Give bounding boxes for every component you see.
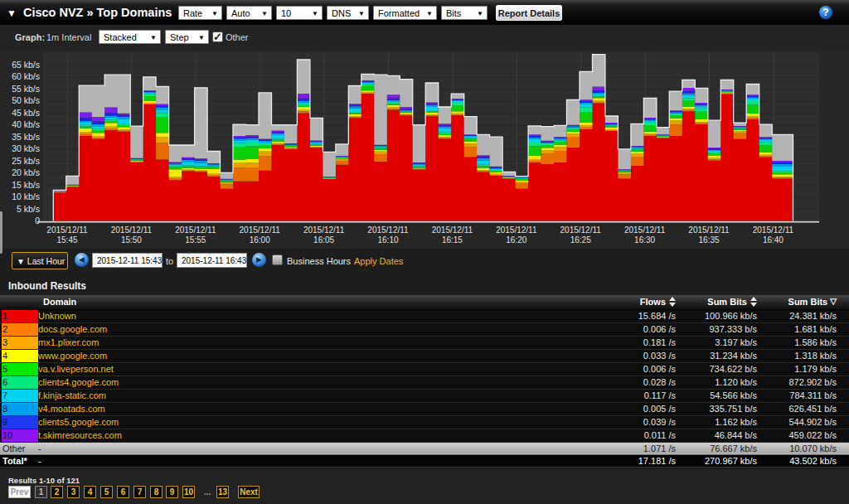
svg-text:55 kb/s: 55 kb/s <box>12 84 40 94</box>
svg-text:2015/12/11: 2015/12/11 <box>240 225 281 235</box>
svg-text:2015/12/11: 2015/12/11 <box>367 225 409 235</box>
svg-text:2015/12/11: 2015/12/11 <box>111 225 153 235</box>
svg-text:50 kb/s: 50 kb/s <box>12 95 40 105</box>
svg-text:10 kb/s: 10 kb/s <box>12 191 40 201</box>
svg-text:2015/12/11: 2015/12/11 <box>432 225 473 235</box>
svg-text:16:00: 16:00 <box>250 235 270 245</box>
svg-text:0: 0 <box>35 216 40 225</box>
svg-text:15:45: 15:45 <box>56 235 77 245</box>
svg-text:16:15: 16:15 <box>442 235 463 245</box>
svg-text:16:40: 16:40 <box>763 235 784 245</box>
svg-text:16:20: 16:20 <box>506 235 526 245</box>
svg-text:30 kb/s: 30 kb/s <box>12 143 40 153</box>
svg-text:16:35: 16:35 <box>698 235 719 245</box>
svg-text:16:30: 16:30 <box>634 235 655 245</box>
svg-text:5 kb/s: 5 kb/s <box>17 204 40 214</box>
svg-text:2015/12/11: 2015/12/11 <box>303 225 345 235</box>
svg-text:2015/12/11: 2015/12/11 <box>46 225 88 235</box>
svg-text:2015/12/11: 2015/12/11 <box>496 225 537 235</box>
svg-text:60 kb/s: 60 kb/s <box>12 71 40 81</box>
svg-text:16:05: 16:05 <box>313 235 334 245</box>
svg-text:15:55: 15:55 <box>185 235 206 245</box>
svg-text:16:10: 16:10 <box>377 235 398 245</box>
svg-text:16:25: 16:25 <box>570 235 591 245</box>
svg-text:35 kb/s: 35 kb/s <box>12 132 40 142</box>
svg-text:45 kb/s: 45 kb/s <box>12 108 40 118</box>
svg-text:20 kb/s: 20 kb/s <box>12 167 40 177</box>
svg-text:15:50: 15:50 <box>121 235 142 245</box>
svg-text:65 kb/s: 65 kb/s <box>12 60 40 70</box>
svg-text:2015/12/11: 2015/12/11 <box>175 225 216 235</box>
svg-text:2015/12/11: 2015/12/11 <box>560 225 602 235</box>
svg-text:2015/12/11: 2015/12/11 <box>688 225 730 235</box>
svg-text:25 kb/s: 25 kb/s <box>12 156 40 166</box>
svg-text:2015/12/11: 2015/12/11 <box>624 225 666 235</box>
svg-text:40 kb/s: 40 kb/s <box>12 119 40 129</box>
svg-text:15 kb/s: 15 kb/s <box>12 180 40 190</box>
svg-text:2015/12/11: 2015/12/11 <box>753 225 794 235</box>
